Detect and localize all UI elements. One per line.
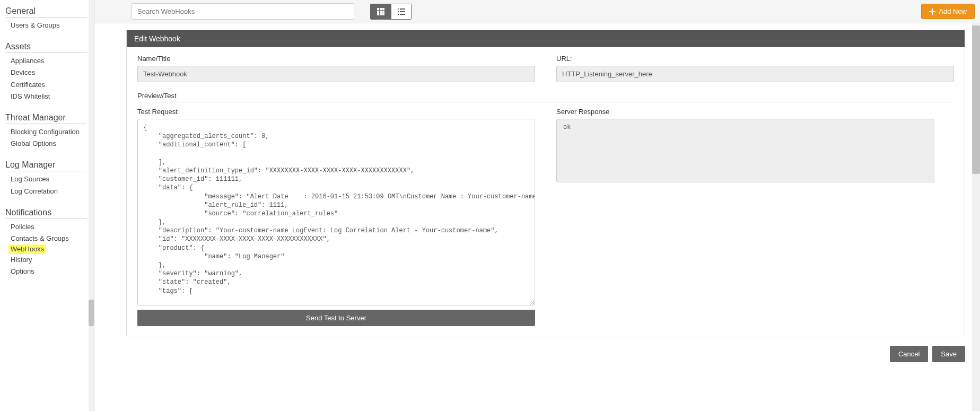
sidebar-scrollbar[interactable]	[89, 0, 94, 411]
list-icon	[397, 7, 406, 16]
nav-section-notifications[interactable]: Notifications	[5, 205, 86, 219]
svg-rect-3	[377, 11, 379, 13]
grid-view-button[interactable]	[371, 4, 391, 19]
search-wrap	[132, 3, 354, 20]
list-view-button[interactable]	[391, 4, 411, 19]
name-input[interactable]	[137, 66, 535, 82]
svg-rect-4	[380, 11, 382, 13]
nav-item-appliances[interactable]: Appliances	[5, 55, 94, 67]
svg-rect-1	[380, 8, 382, 10]
svg-rect-13	[398, 14, 399, 15]
svg-rect-12	[400, 11, 405, 12]
server-response-box: ok	[556, 119, 934, 182]
panel-title: Edit Webhook	[127, 30, 965, 47]
main-area: Add New Edit Webhook Name/Title URL: Pre…	[94, 0, 980, 411]
view-toggle	[370, 4, 412, 20]
svg-rect-10	[400, 8, 405, 10]
nav-item-global-options[interactable]: Global Options	[5, 138, 94, 150]
svg-rect-0	[377, 8, 379, 10]
plus-icon	[929, 8, 935, 15]
nav-item-certificates[interactable]: Certificates	[5, 79, 94, 91]
test-request-label: Test Request	[137, 108, 535, 116]
nav-section-threat-manager[interactable]: Threat Manager	[5, 110, 86, 124]
svg-rect-16	[929, 11, 935, 12]
search-input[interactable]	[132, 3, 354, 20]
nav-item-contacts-groups[interactable]: Contacts & Groups	[5, 233, 94, 244]
url-label: URL:	[556, 55, 954, 63]
content: Edit Webhook Name/Title URL: Preview/Tes…	[94, 23, 980, 411]
panel-body: Name/Title URL: Preview/Test Test Reques…	[127, 47, 965, 337]
name-label: Name/Title	[137, 55, 535, 63]
nav-item-history[interactable]: History	[5, 254, 94, 266]
footer-actions: Cancel Save	[126, 346, 965, 362]
content-scrollbar[interactable]	[972, 23, 980, 411]
sidebar-nav: GeneralUsers & GroupsAssetsAppliancesDev…	[0, 0, 94, 411]
send-test-button[interactable]: Send Test to Server	[137, 310, 535, 326]
nav-item-users-groups[interactable]: Users & Groups	[5, 20, 94, 31]
cancel-button[interactable]: Cancel	[890, 346, 928, 362]
svg-rect-14	[400, 14, 405, 15]
add-new-button[interactable]: Add New	[921, 4, 975, 19]
svg-rect-9	[398, 8, 399, 10]
svg-rect-2	[382, 8, 384, 10]
save-button[interactable]: Save	[932, 346, 965, 362]
url-input[interactable]	[556, 66, 954, 82]
nav-item-ids-whitelist[interactable]: IDS Whitelist	[5, 91, 94, 102]
nav-section-general[interactable]: General	[5, 3, 86, 18]
edit-webhook-panel: Edit Webhook Name/Title URL: Preview/Tes…	[126, 30, 965, 337]
nav-section-log-manager[interactable]: Log Manager	[5, 157, 86, 171]
nav-section-assets[interactable]: Assets	[5, 39, 86, 53]
svg-rect-11	[398, 11, 399, 12]
toolbar: Add New	[94, 0, 980, 23]
nav-item-blocking-configuration[interactable]: Blocking Configuration	[5, 126, 94, 138]
sidebar-scrollbar-thumb[interactable]	[89, 300, 94, 326]
grid-icon	[377, 7, 385, 16]
nav-item-log-sources[interactable]: Log Sources	[5, 173, 94, 185]
add-new-label: Add New	[939, 7, 967, 15]
nav-item-log-correlation[interactable]: Log Correlation	[5, 186, 94, 197]
nav-item-devices[interactable]: Devices	[5, 67, 94, 78]
svg-rect-5	[382, 11, 384, 13]
nav-item-webhooks[interactable]: WebHooks	[8, 244, 46, 254]
svg-rect-6	[377, 13, 379, 15]
test-request-textarea[interactable]	[137, 119, 535, 305]
content-scrollbar-thumb[interactable]	[972, 25, 980, 174]
svg-rect-7	[380, 13, 382, 15]
preview-test-title: Preview/Test	[137, 92, 954, 102]
nav-item-options[interactable]: Options	[5, 266, 94, 277]
nav-item-policies[interactable]: Policies	[5, 221, 94, 233]
svg-rect-8	[382, 13, 384, 15]
server-response-label: Server Response	[556, 108, 954, 116]
